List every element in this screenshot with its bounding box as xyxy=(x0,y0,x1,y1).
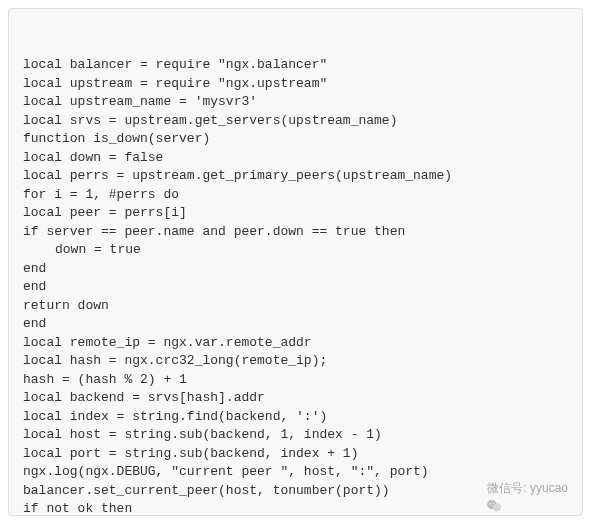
code-line: local backend = srvs[hash].addr xyxy=(23,389,568,408)
code-line: end xyxy=(23,278,568,297)
code-line: if server == peer.name and peer.down == … xyxy=(23,223,568,242)
code-line: local host = string.sub(backend, 1, inde… xyxy=(23,426,568,445)
code-line: local upstream_name = 'mysvr3' xyxy=(23,93,568,112)
code-block: local balancer = require "ngx.balancer"l… xyxy=(8,8,583,516)
code-line: local port = string.sub(backend, index +… xyxy=(23,445,568,464)
code-line: local srvs = upstream.get_servers(upstre… xyxy=(23,112,568,131)
code-line: ngx.log(ngx.DEBUG, "current peer ", host… xyxy=(23,463,568,482)
code-line: return down xyxy=(23,297,568,316)
code-lines: local balancer = require "ngx.balancer"l… xyxy=(23,56,568,516)
code-line: balancer.set_current_peer(host, tonumber… xyxy=(23,482,568,501)
code-line: hash = (hash % 2) + 1 xyxy=(23,371,568,390)
code-line: local peer = perrs[i] xyxy=(23,204,568,223)
code-line: down = true xyxy=(23,241,568,260)
code-line: local remote_ip = ngx.var.remote_addr xyxy=(23,334,568,353)
code-line: for i = 1, #perrs do xyxy=(23,186,568,205)
code-line: if not ok then xyxy=(23,500,568,516)
code-line: local down = false xyxy=(23,149,568,168)
code-line: function is_down(server) xyxy=(23,130,568,149)
code-line: local perrs = upstream.get_primary_peers… xyxy=(23,167,568,186)
code-line: local index = string.find(backend, ':') xyxy=(23,408,568,427)
code-line: end xyxy=(23,260,568,279)
code-line: local upstream = require "ngx.upstream" xyxy=(23,75,568,94)
code-line: local hash = ngx.crc32_long(remote_ip); xyxy=(23,352,568,371)
code-line: end xyxy=(23,315,568,334)
code-line: local balancer = require "ngx.balancer" xyxy=(23,56,568,75)
